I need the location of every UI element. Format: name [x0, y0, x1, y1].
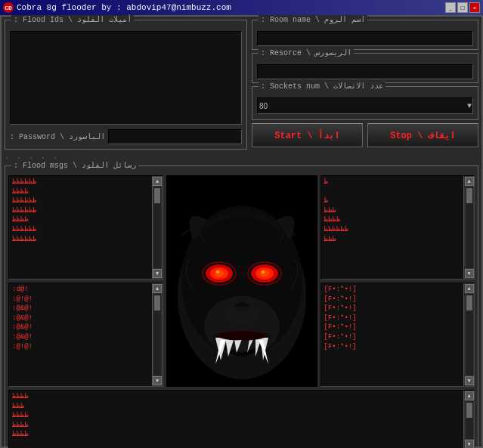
list-item: :@&@!: [12, 304, 149, 314]
center-monster-image: [166, 175, 317, 387]
top-right-scrollbar[interactable]: ▲ ▼: [463, 176, 474, 279]
scroll-track: [466, 187, 473, 268]
svg-point-7: [216, 270, 219, 273]
monster-svg: [166, 175, 317, 387]
bottom-left-scrollbar[interactable]: ▲ ▼: [152, 283, 163, 386]
app-icon: CD: [3, 2, 14, 13]
sockets-select-wrapper: 80 40 20 10 5 ▼: [257, 97, 473, 114]
resource-input[interactable]: cobra_flooder: [257, 64, 473, 79]
list-item: ظظظظظظ: [12, 178, 149, 187]
list-item: ظظظظ: [12, 430, 460, 440]
svg-point-11: [260, 270, 269, 277]
bottom-right-panel: [F•:*•!] [F•:*•!] [F•:*•!] [F•:*•!] [F•:…: [320, 283, 475, 387]
svg-point-6: [215, 270, 224, 277]
list-item: ظ: [324, 196, 461, 206]
list-item: [F•:*•!]: [324, 342, 461, 352]
list-item: ظظظظظظ: [324, 225, 461, 235]
list-item: :@&@!: [12, 332, 149, 342]
right-panels: ظ ظ ظظظ ظظظظ ظظظظظظ ظظظ ▲: [320, 175, 475, 387]
bottom-row: ظظظظ ظظظ ظظظظ ظظظظ ظظظظ ▲ ▼: [8, 390, 475, 448]
scroll-thumb: [154, 295, 160, 311]
scroll-up-button[interactable]: ▲: [465, 177, 474, 186]
list-item: ظظظظظظ: [12, 225, 149, 235]
list-item: [F•:*•!]: [324, 285, 461, 295]
list-item: [F•:*•!]: [324, 323, 461, 332]
scroll-down-button[interactable]: ▼: [153, 269, 162, 278]
list-item: :@&@!: [12, 323, 149, 332]
list-item: [F•:*•!]: [324, 295, 461, 304]
scroll-track: [153, 294, 161, 375]
top-left-panel: ظظظظظظ ظظظظ ظظظظظظ ظظظظظظ ظظظظ ظظظظظظ ظظ…: [8, 175, 163, 280]
list-item: ظظظظ: [324, 215, 461, 225]
list-item: ظظظ: [12, 402, 460, 412]
sockets-group: عدد الاتصالات \ Sockets num : 80 40 20 1…: [252, 86, 478, 120]
bottom-left-text: :d@! :@!@! :@&@! :@&@! :@&@! :@&@! :@!@!: [12, 285, 149, 351]
title-controls[interactable]: _ □ ×: [445, 2, 480, 13]
scroll-thumb: [466, 403, 472, 418]
flood-ids-label: أميلات الفلود \ Flood Ids :: [11, 15, 134, 24]
resource-group: الريسورس \ Resorce : cobra_flooder: [252, 53, 478, 83]
title-bar-left: CD Cobra 8g flooder by : abdovip47@nimbu…: [3, 2, 231, 13]
list-item: :@&@!: [12, 314, 149, 323]
maximize-button[interactable]: □: [457, 2, 468, 13]
scroll-down-button[interactable]: ▼: [465, 440, 474, 448]
sockets-select[interactable]: 80 40 20 10 5: [257, 97, 473, 114]
list-item: ظظظظظظ: [12, 196, 149, 206]
bottom-panel-content: ظظظظ ظظظ ظظظظ ظظظظ ظظظظ: [9, 391, 463, 448]
flood-ids-group: أميلات الفلود \ Flood Ids : الباسورد \ P…: [5, 20, 247, 150]
scroll-track: [153, 187, 161, 268]
top-right-content: ظ ظ ظظظ ظظظظ ظظظظظظ ظظظ: [321, 176, 464, 279]
scroll-up-button[interactable]: ▲: [153, 177, 162, 186]
list-item: ظظظظظظ: [12, 206, 149, 216]
list-item: ظظظ: [324, 235, 461, 245]
scroll-thumb: [466, 295, 472, 311]
list-item: ظظظ: [324, 206, 461, 216]
scroll-up-button[interactable]: ▲: [153, 284, 162, 293]
start-button[interactable]: ابدأ \ Start: [252, 123, 363, 147]
list-item: :d@!: [12, 285, 149, 295]
svg-point-15: [227, 306, 257, 324]
main-window: أميلات الفلود \ Flood Ids : الباسورد \ P…: [0, 15, 483, 448]
room-name-group: اسم الروم \ Room name :: [252, 20, 478, 50]
bottom-right-scrollbar[interactable]: ▲ ▼: [463, 283, 474, 386]
close-button[interactable]: ×: [469, 2, 480, 13]
list-item: [F•:*•!]: [324, 304, 461, 314]
password-input[interactable]: [108, 129, 242, 144]
top-right-text: ظ ظ ظظظ ظظظظ ظظظظظظ ظظظ: [324, 178, 461, 244]
resource-label: الريسورس \ Resorce :: [259, 48, 354, 57]
top-left-text: ظظظظظظ ظظظظ ظظظظظظ ظظظظظظ ظظظظ ظظظظظظ ظظ…: [12, 178, 149, 244]
list-item: :@!@!: [12, 342, 149, 352]
top-left-content: ظظظظظظ ظظظظ ظظظظظظ ظظظظظظ ظظظظ ظظظظظظ ظظ…: [9, 176, 152, 279]
top-section: أميلات الفلود \ Flood Ids : الباسورد \ P…: [5, 20, 478, 150]
stop-button[interactable]: ايقاف \ Stop: [367, 123, 478, 147]
scroll-up-button[interactable]: ▲: [465, 391, 474, 400]
scroll-down-button[interactable]: ▼: [465, 376, 474, 385]
password-row: الباسورد \ Password :: [10, 129, 242, 144]
flood-ids-textarea[interactable]: [10, 31, 242, 125]
scroll-up-button[interactable]: ▲: [465, 284, 474, 293]
scroll-down-button[interactable]: ▼: [153, 376, 162, 385]
list-item: [F•:*•!]: [324, 314, 461, 323]
top-left-scrollbar[interactable]: ▲ ▼: [152, 176, 163, 279]
minimize-button[interactable]: _: [445, 2, 456, 13]
scroll-track: [466, 401, 473, 439]
action-buttons: ابدأ \ Start ايقاف \ Stop: [252, 123, 478, 150]
bottom-right-content: [F•:*•!] [F•:*•!] [F•:*•!] [F•:*•!] [F•:…: [321, 283, 464, 386]
sockets-label: عدد الاتصالات \ Sockets num :: [259, 82, 385, 91]
room-name-label: اسم الروم \ Room name :: [259, 15, 367, 24]
list-item: ظظظظ: [12, 215, 149, 225]
room-name-input[interactable]: [257, 31, 473, 46]
list-item: [324, 187, 461, 197]
scroll-down-button[interactable]: ▼: [465, 269, 474, 278]
list-item: ظظظظ: [12, 421, 460, 431]
list-item: ظظظظ: [12, 411, 460, 421]
scroll-thumb: [154, 188, 160, 203]
scroll-track: [466, 294, 473, 375]
bottom-panel: ظظظظ ظظظ ظظظظ ظظظظ ظظظظ ▲ ▼: [8, 390, 475, 448]
bottom-scrollbar[interactable]: ▲ ▼: [463, 391, 474, 448]
list-item: :@!@!: [12, 295, 149, 304]
flood-msgs-section: رسائل الفلود \ Flood msgs : ظظظظظظ ظظظظ …: [5, 165, 478, 448]
bottom-text: ظظظظ ظظظ ظظظظ ظظظظ ظظظظ: [12, 392, 460, 440]
right-controls: اسم الروم \ Room name : الريسورس \ Resor…: [252, 20, 478, 150]
left-panels: ظظظظظظ ظظظظ ظظظظظظ ظظظظظظ ظظظظ ظظظظظظ ظظ…: [8, 175, 163, 387]
